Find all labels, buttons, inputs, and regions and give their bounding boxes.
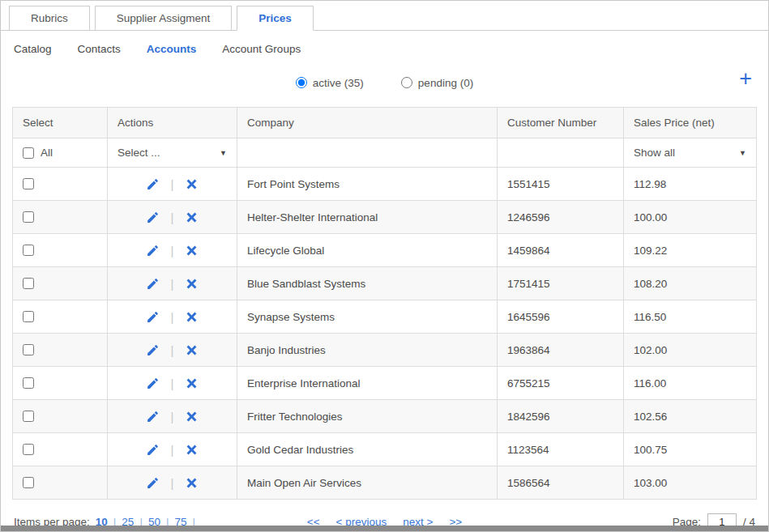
company-filter-cell[interactable] — [237, 138, 497, 167]
row-checkbox[interactable] — [23, 411, 34, 422]
radio-pending[interactable]: pending (0) — [401, 77, 473, 89]
action-separator: | — [171, 211, 174, 224]
header-actions: Actions — [107, 108, 237, 138]
delete-icon[interactable] — [185, 343, 199, 357]
table-row: | Enterprise International 6755215 116.0… — [13, 367, 756, 400]
table-row: | Helter-Shelter International 1246596 1… — [13, 201, 756, 234]
status-filter-bar: active (35) pending (0) + — [1, 65, 768, 100]
select-cell — [13, 400, 107, 432]
action-separator: | — [171, 177, 174, 191]
table-row: | Main Open Air Services 1586564 103.00 — [13, 466, 756, 499]
subnav-item-accounts[interactable]: Accounts — [147, 43, 197, 55]
edit-icon[interactable] — [146, 410, 160, 423]
edit-icon[interactable] — [146, 310, 160, 324]
header-customer-number: Customer Number — [497, 108, 623, 138]
select-cell — [13, 466, 107, 499]
edit-icon[interactable] — [146, 377, 160, 390]
company-cell: Lifecycle Global — [237, 234, 497, 266]
price-cell: 108.20 — [623, 267, 756, 300]
row-checkbox[interactable] — [23, 178, 34, 189]
company-cell: Synapse Systems — [237, 300, 497, 333]
delete-icon[interactable] — [185, 310, 199, 324]
radio-active[interactable]: active (35) — [296, 77, 364, 89]
customer-number-cell: 1842596 — [497, 400, 623, 432]
table-row: | Gold Cedar Industries 1123564 100.75 — [13, 433, 756, 466]
price-cell: 112.98 — [623, 168, 756, 200]
action-separator: | — [171, 277, 174, 291]
edit-icon[interactable] — [146, 343, 160, 357]
action-separator: | — [171, 343, 174, 357]
select-cell — [13, 234, 107, 266]
subnav-item-contacts[interactable]: Contacts — [78, 43, 121, 55]
tab-rubrics-label: Rubrics — [31, 12, 68, 24]
edit-icon[interactable] — [146, 244, 160, 257]
actions-dropdown[interactable]: Select ... ▼ — [117, 147, 227, 159]
actions-cell: | — [107, 400, 237, 432]
tab-prices[interactable]: Prices — [237, 6, 314, 31]
row-checkbox[interactable] — [23, 444, 34, 455]
edit-icon[interactable] — [146, 177, 160, 191]
customer-number-cell: 6755215 — [497, 367, 623, 399]
tab-supplier-assigment-label: Supplier Assigment — [117, 12, 211, 24]
delete-icon[interactable] — [185, 244, 199, 257]
actions-cell: | — [107, 300, 237, 333]
row-checkbox[interactable] — [23, 278, 34, 289]
customer-number-cell: 1246596 — [497, 201, 623, 233]
delete-icon[interactable] — [185, 377, 199, 390]
actions-cell: | — [107, 201, 237, 233]
tab-rubrics[interactable]: Rubrics — [9, 6, 90, 31]
select-cell — [13, 300, 107, 333]
add-button[interactable]: + — [739, 68, 752, 90]
subnav-item-catalog[interactable]: Catalog — [14, 43, 52, 55]
action-separator: | — [171, 377, 174, 390]
price-cell: 100.75 — [623, 433, 756, 466]
radio-active-label: active (35) — [313, 77, 364, 89]
select-all-cell: All — [13, 138, 107, 167]
delete-icon[interactable] — [185, 177, 199, 191]
customer-number-filter-cell[interactable] — [497, 138, 623, 167]
radio-active-input[interactable] — [296, 77, 307, 88]
price-cell: 100.00 — [623, 201, 756, 233]
price-cell: 102.56 — [623, 400, 756, 432]
header-company: Company — [237, 108, 497, 138]
edit-icon[interactable] — [146, 277, 160, 291]
edit-icon[interactable] — [146, 211, 160, 224]
edit-icon[interactable] — [146, 476, 160, 490]
row-checkbox[interactable] — [23, 344, 34, 355]
customer-number-cell: 1586564 — [497, 466, 623, 499]
header-sales-price: Sales Price (net) — [623, 108, 756, 138]
accounts-table: Select Actions Company Customer Number S… — [12, 107, 757, 500]
customer-number-cell: 1459864 — [497, 234, 623, 266]
edit-icon[interactable] — [146, 443, 160, 457]
table-header-row: Select Actions Company Customer Number S… — [13, 108, 756, 138]
row-checkbox[interactable] — [23, 377, 34, 389]
delete-icon[interactable] — [185, 476, 199, 490]
select-cell — [13, 201, 107, 233]
select-all-checkbox[interactable] — [23, 147, 34, 159]
delete-icon[interactable] — [185, 410, 199, 423]
price-dropdown-value: Show all — [634, 147, 675, 159]
chevron-down-icon: ▼ — [220, 149, 227, 157]
select-cell — [13, 367, 107, 399]
header-select: Select — [13, 108, 107, 138]
row-checkbox[interactable] — [23, 311, 34, 322]
delete-icon[interactable] — [185, 443, 199, 457]
company-cell: Blue Sandblast Systems — [237, 267, 497, 300]
row-checkbox[interactable] — [23, 245, 34, 256]
chevron-down-icon: ▼ — [739, 149, 746, 157]
action-separator: | — [171, 244, 174, 257]
actions-cell: | — [107, 367, 237, 399]
company-cell: Fort Point Systems — [237, 168, 497, 200]
radio-pending-input[interactable] — [401, 77, 412, 88]
delete-icon[interactable] — [185, 277, 199, 291]
delete-icon[interactable] — [185, 211, 199, 224]
row-checkbox[interactable] — [23, 477, 34, 488]
actions-cell: | — [107, 466, 237, 499]
tab-supplier-assigment[interactable]: Supplier Assigment — [95, 6, 233, 31]
subnav-item-account-groups[interactable]: Account Groups — [222, 43, 301, 55]
price-dropdown[interactable]: Show all ▼ — [634, 147, 746, 159]
customer-number-cell: 1645596 — [497, 300, 623, 333]
table-body: | Fort Point Systems 1551415 112.98 — [13, 168, 756, 499]
price-cell: 116.00 — [623, 367, 756, 399]
row-checkbox[interactable] — [23, 211, 34, 223]
